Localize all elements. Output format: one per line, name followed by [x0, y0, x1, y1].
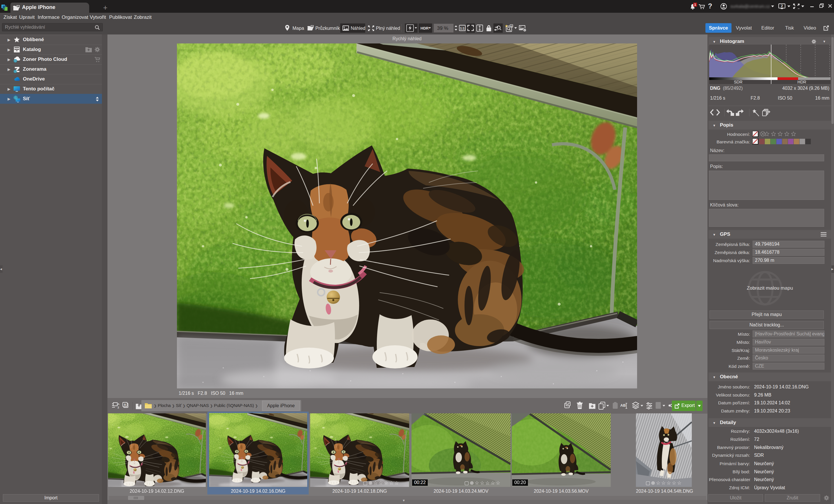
svg-text:AB: AB — [620, 403, 626, 408]
svg-text:A: A — [124, 403, 126, 407]
svg-text:39 %: 39 % — [437, 25, 448, 31]
svg-text:HDR: HDR — [797, 80, 806, 84]
svg-text:surkala@centrum.cz: surkala@centrum.cz — [730, 4, 770, 9]
svg-text:Z: Z — [117, 406, 119, 409]
svg-text:Mapa: Mapa — [292, 26, 304, 31]
svg-text:1:1: 1:1 — [460, 27, 465, 30]
svg-text:Náhled: Náhled — [351, 26, 366, 31]
svg-text:A: A — [117, 402, 119, 406]
svg-text:HDR: HDR — [420, 26, 429, 30]
svg-text:1: 1 — [694, 3, 696, 6]
svg-text:?: ? — [708, 2, 712, 10]
svg-text:Průzkumník: Průzkumník — [315, 26, 340, 31]
svg-text:SDR: SDR — [734, 80, 743, 84]
svg-text:2: 2 — [781, 4, 783, 8]
svg-text:AI: AI — [510, 25, 512, 27]
svg-text:Plný náhled: Plný náhled — [376, 26, 400, 31]
